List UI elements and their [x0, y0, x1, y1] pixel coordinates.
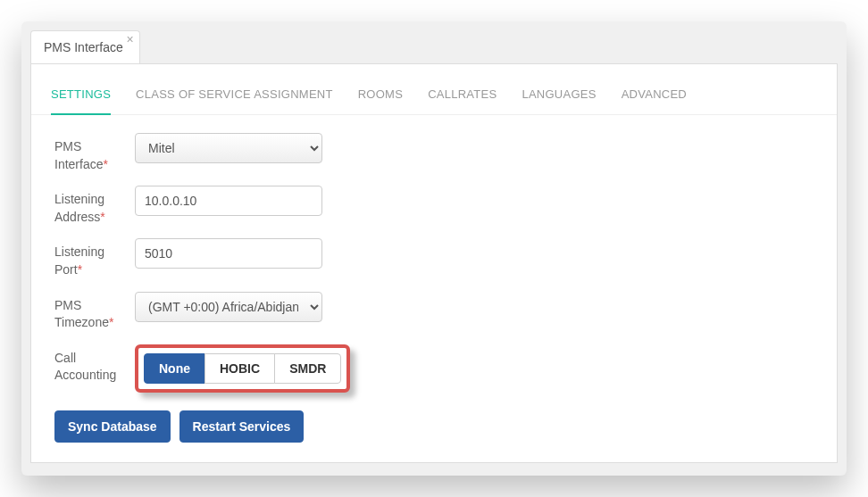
input-listening-address[interactable] — [135, 186, 322, 216]
tab-settings[interactable]: SETTINGS — [51, 79, 111, 115]
label-listening-address: Listening Address* — [54, 186, 135, 226]
action-bar: Sync Database Restart Services — [54, 410, 814, 443]
restart-services-button[interactable]: Restart Services — [179, 410, 305, 443]
tab-callrates[interactable]: CALLRATES — [428, 79, 497, 114]
highlight-call-accounting: None HOBIC SMDR — [135, 344, 350, 393]
label-call-accounting: Call Accounting — [54, 344, 135, 385]
tab-rooms[interactable]: ROOMS — [358, 79, 403, 114]
window-tab-label: PMS Interface — [44, 40, 123, 54]
label-pms-interface: PMS Interface* — [54, 133, 135, 173]
tab-class-of-service[interactable]: CLASS OF SERVICE ASSIGNMENT — [136, 79, 333, 114]
select-pms-interface[interactable]: Mitel — [135, 133, 322, 163]
window-tab-pms-interface[interactable]: PMS Interface × — [30, 30, 140, 63]
settings-form: PMS Interface* Mitel Listening Address* … — [31, 115, 837, 460]
select-pms-timezone[interactable]: (GMT +0:00) Africa/Abidjan — [135, 292, 322, 322]
input-listening-port[interactable] — [135, 238, 322, 269]
window-tabbar: PMS Interface × — [30, 30, 838, 64]
segmented-call-accounting: None HOBIC SMDR — [144, 353, 341, 384]
close-icon[interactable]: × — [127, 33, 134, 46]
tab-advanced[interactable]: ADVANCED — [622, 79, 687, 114]
sync-database-button[interactable]: Sync Database — [54, 410, 171, 443]
window-panel: PMS Interface × SETTINGS CLASS OF SERVIC… — [21, 21, 847, 476]
tab-languages[interactable]: LANGUAGES — [522, 79, 596, 114]
segbtn-smdr[interactable]: SMDR — [274, 353, 341, 384]
subtab-bar: SETTINGS CLASS OF SERVICE ASSIGNMENT ROO… — [31, 64, 837, 115]
content-pane: SETTINGS CLASS OF SERVICE ASSIGNMENT ROO… — [30, 64, 838, 463]
label-listening-port: Listening Port* — [54, 238, 135, 278]
label-pms-timezone: PMS Timezone* — [54, 292, 135, 332]
segbtn-none[interactable]: None — [144, 353, 205, 384]
segbtn-hobic[interactable]: HOBIC — [204, 353, 275, 384]
